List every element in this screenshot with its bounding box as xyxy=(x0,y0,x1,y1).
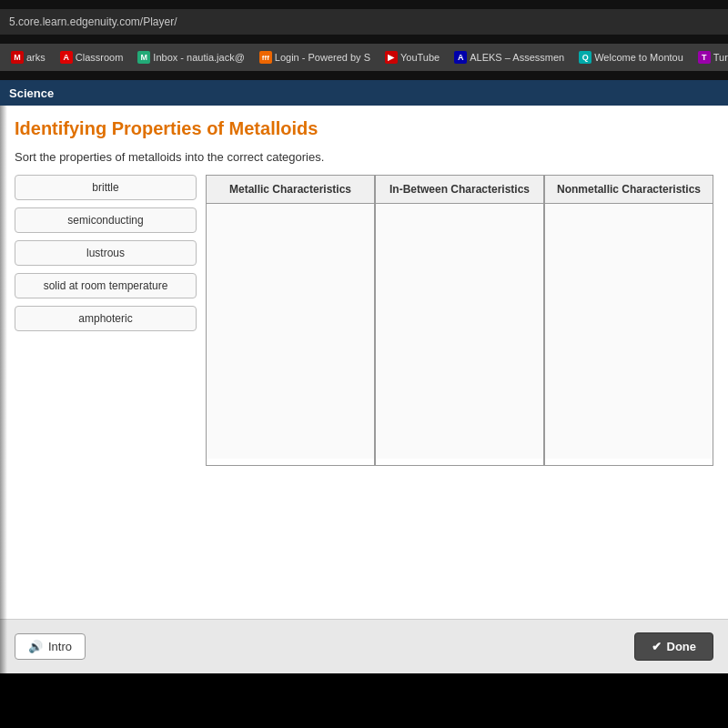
inbox-icon: M xyxy=(137,51,150,64)
bottom-bar: 🔊 Intro ✔ Done xyxy=(0,619,728,673)
bookmark-youtube[interactable]: ▶ YouTube xyxy=(379,49,445,66)
science-label: Science xyxy=(9,86,54,100)
properties-column: brittle semiconducting lustrous solid at… xyxy=(15,175,206,466)
checkmark-icon: ✔ xyxy=(652,640,662,653)
nonmetallic-body[interactable] xyxy=(545,204,713,459)
address-text: 5.core.learn.edgenuity.com/Player/ xyxy=(9,15,177,28)
nonmetallic-header: Nonmetallic Characteristics xyxy=(545,176,713,204)
property-solid-room-temp[interactable]: solid at room temperature xyxy=(15,273,197,298)
speaker-icon: 🔊 xyxy=(28,640,43,653)
property-brittle[interactable]: brittle xyxy=(15,175,197,200)
instructions: Sort the properties of metalloids into t… xyxy=(0,147,728,175)
page-title: Identifying Properties of Metalloids xyxy=(0,106,728,147)
bookmark-turn[interactable]: T Turn xyxy=(693,49,728,66)
done-label: Done xyxy=(667,640,697,653)
metallic-body[interactable] xyxy=(207,204,374,459)
bookmark-login-label: Login - Powered by S xyxy=(275,52,370,63)
youtube-icon: ▶ xyxy=(385,51,398,64)
intro-label: Intro xyxy=(48,640,72,653)
bookmark-classroom[interactable]: A Classroom xyxy=(55,49,129,66)
drop-zone-inbetween[interactable]: In-Between Characteristics xyxy=(375,175,544,466)
bookmark-inbox[interactable]: M Inbox - nautia.jack@ xyxy=(132,49,249,66)
bookmark-classroom-label: Classroom xyxy=(76,52,124,63)
inbetween-body[interactable] xyxy=(376,204,543,459)
turn-icon: T xyxy=(698,51,711,64)
aleks-icon: A xyxy=(454,51,467,64)
property-amphoteric[interactable]: amphoteric xyxy=(15,306,197,331)
address-bar[interactable]: 5.core.learn.edgenuity.com/Player/ xyxy=(0,9,728,35)
intro-button[interactable]: 🔊 Intro xyxy=(15,633,86,660)
bookmark-login[interactable]: fff Login - Powered by S xyxy=(254,49,376,66)
metallic-header: Metallic Characteristics xyxy=(207,176,374,204)
bookmark-welcome[interactable]: Q Welcome to Montou xyxy=(573,49,689,66)
property-semiconducting[interactable]: semiconducting xyxy=(15,207,197,233)
marks-icon: M xyxy=(11,51,24,64)
categories-layout: brittle semiconducting lustrous solid at… xyxy=(0,175,728,466)
drop-zone-nonmetallic[interactable]: Nonmetallic Characteristics xyxy=(544,175,713,466)
drop-zone-metallic[interactable]: Metallic Characteristics xyxy=(206,175,375,466)
bookmarks-bar: M arks A Classroom M Inbox - nautia.jack… xyxy=(0,44,728,71)
done-button[interactable]: ✔ Done xyxy=(634,632,714,661)
welcome-icon: Q xyxy=(579,51,592,64)
bookmark-marks-label: arks xyxy=(26,52,46,63)
bookmark-aleks-label: ALEKS – Assessmen xyxy=(470,52,564,63)
bookmark-aleks[interactable]: A ALEKS – Assessmen xyxy=(449,49,570,66)
bookmark-youtube-label: YouTube xyxy=(400,52,440,63)
classroom-icon: A xyxy=(60,51,73,64)
science-bar: Science xyxy=(0,80,728,106)
main-content: Identifying Properties of Metalloids Sor… xyxy=(0,106,728,673)
drop-zones: Metallic Characteristics In-Between Char… xyxy=(206,175,713,466)
bookmark-welcome-label: Welcome to Montou xyxy=(594,52,683,63)
bookmark-inbox-label: Inbox - nautia.jack@ xyxy=(153,52,244,63)
login-icon: fff xyxy=(259,51,272,64)
bookmark-marks[interactable]: M arks xyxy=(5,49,51,66)
inbetween-header: In-Between Characteristics xyxy=(376,176,543,204)
property-lustrous[interactable]: lustrous xyxy=(15,240,197,266)
bookmark-turn-label: Turn xyxy=(713,52,728,63)
